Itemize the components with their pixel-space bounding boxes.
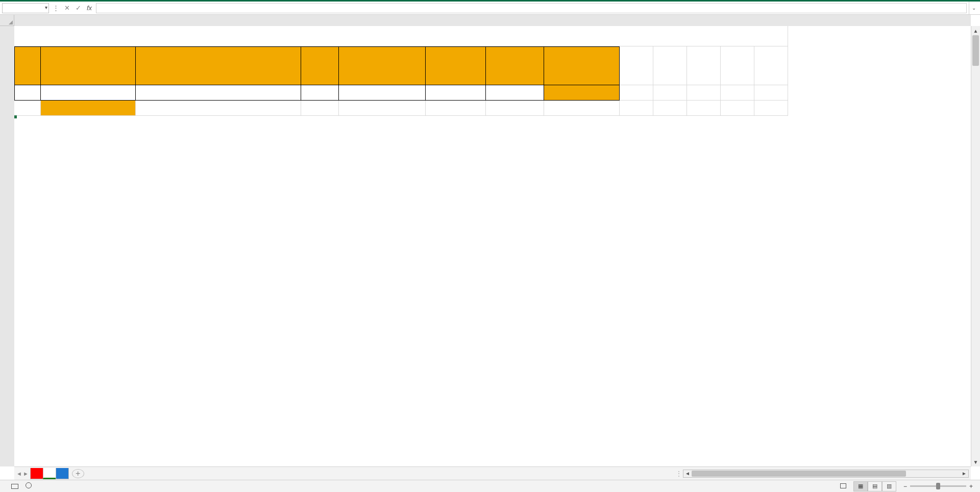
sheet-title[interactable] bbox=[14, 26, 788, 46]
cell-empty[interactable] bbox=[721, 101, 754, 116]
scroll-left-icon[interactable]: ◄ bbox=[683, 471, 692, 476]
cell-empty[interactable] bbox=[653, 46, 687, 85]
column-headers bbox=[0, 15, 971, 26]
horizontal-scrollbar[interactable]: ◄ ► bbox=[683, 470, 969, 478]
zoom-slider-handle[interactable] bbox=[936, 483, 940, 489]
cell-empty[interactable] bbox=[486, 85, 544, 101]
hscroll-thumb[interactable] bbox=[692, 471, 906, 477]
enter-icon[interactable]: ✓ bbox=[74, 4, 83, 12]
status-accessibility[interactable] bbox=[26, 482, 33, 490]
display-settings-icon bbox=[840, 483, 846, 488]
cell-empty[interactable] bbox=[687, 85, 721, 101]
cell-empty[interactable] bbox=[620, 101, 653, 116]
cell-empty[interactable] bbox=[754, 85, 788, 101]
cell-empty[interactable] bbox=[136, 101, 301, 116]
hdr-no[interactable] bbox=[14, 46, 41, 85]
new-sheet-button[interactable]: + bbox=[72, 469, 84, 478]
tab-kpi[interactable] bbox=[30, 468, 43, 479]
row-1 bbox=[14, 26, 971, 46]
cell-empty[interactable] bbox=[754, 101, 788, 116]
cell-empty[interactable] bbox=[653, 101, 687, 116]
zoom-controls: − + bbox=[903, 483, 976, 490]
hdr-target[interactable] bbox=[339, 46, 426, 85]
zoom-slider[interactable] bbox=[910, 485, 966, 487]
select-all-triangle[interactable] bbox=[0, 15, 14, 26]
cell-empty[interactable] bbox=[721, 46, 754, 85]
view-buttons: ▦ ▤ ▥ bbox=[853, 481, 896, 491]
status-bar: ▦ ▤ ▥ − + bbox=[0, 480, 980, 492]
horizontal-scroll-region: ⋮ ◄ ► bbox=[84, 470, 971, 478]
name-box[interactable]: ▾ bbox=[2, 3, 49, 13]
cell-empty[interactable] bbox=[426, 85, 486, 101]
hdr-realization[interactable] bbox=[426, 46, 486, 85]
view-page-break-button[interactable]: ▥ bbox=[882, 481, 896, 491]
hscroll-track[interactable] bbox=[692, 470, 960, 477]
formula-bar: ▾ ⋮ ✕ ✓ fx ⌄ bbox=[0, 2, 980, 15]
tab-kpi-dictionary[interactable] bbox=[56, 468, 69, 479]
cell-empty[interactable] bbox=[339, 101, 426, 116]
vscroll-track[interactable] bbox=[971, 35, 980, 457]
hdr-kpi[interactable] bbox=[136, 46, 301, 85]
total-weight[interactable] bbox=[301, 85, 339, 101]
scroll-down-icon[interactable]: ▼ bbox=[971, 457, 980, 466]
hdr-kpa[interactable] bbox=[41, 46, 136, 85]
row-9 bbox=[14, 101, 971, 116]
formula-input[interactable] bbox=[96, 3, 967, 13]
scroll-right-icon[interactable]: ► bbox=[960, 471, 968, 476]
formula-bar-expand-icon[interactable]: ⌄ bbox=[969, 2, 978, 14]
name-box-dropdown-icon[interactable]: ▾ bbox=[45, 5, 47, 10]
cell-empty[interactable] bbox=[486, 101, 544, 116]
row-headers bbox=[0, 26, 14, 466]
cell-empty[interactable] bbox=[426, 101, 486, 116]
cell-empty[interactable] bbox=[14, 85, 41, 101]
cell-empty[interactable] bbox=[620, 46, 653, 85]
cell-empty[interactable] bbox=[721, 85, 754, 101]
zoom-in-button[interactable]: + bbox=[969, 483, 973, 490]
cell-empty[interactable] bbox=[339, 85, 426, 101]
zoom-out-button[interactable]: − bbox=[903, 483, 907, 490]
cell-empty[interactable] bbox=[301, 101, 339, 116]
view-normal-button[interactable]: ▦ bbox=[853, 481, 868, 491]
sheet-tab-bar: ◄ ► + ⋮ ◄ ► bbox=[14, 466, 971, 480]
hdr-weight[interactable] bbox=[301, 46, 339, 85]
row-8-totals bbox=[14, 85, 971, 101]
cell-empty[interactable] bbox=[14, 101, 41, 116]
cell-empty[interactable] bbox=[620, 85, 653, 101]
cells-container[interactable] bbox=[14, 26, 971, 466]
vertical-scrollbar[interactable]: ▲ ▼ bbox=[971, 26, 980, 466]
spreadsheet-grid[interactable]: ▲ ▼ ◄ ► + ⋮ ◄ ► bbox=[0, 15, 980, 480]
active-cell-outline bbox=[14, 116, 16, 118]
cell-empty[interactable] bbox=[653, 85, 687, 101]
cancel-icon[interactable]: ✕ bbox=[62, 4, 71, 12]
total-final[interactable] bbox=[544, 85, 620, 101]
cell-empty[interactable] bbox=[41, 85, 136, 101]
tab-nav-arrows[interactable]: ◄ ► bbox=[14, 471, 31, 477]
cell-empty[interactable] bbox=[754, 46, 788, 85]
hdr-final[interactable] bbox=[544, 46, 620, 85]
scroll-up-icon[interactable]: ▲ bbox=[971, 26, 980, 35]
excel-app: ▾ ⋮ ✕ ✓ fx ⌄ bbox=[0, 0, 980, 492]
macro-record-icon[interactable] bbox=[11, 484, 18, 489]
separator-icon: ⋮ bbox=[51, 4, 60, 12]
tab-next-icon[interactable]: ► bbox=[23, 471, 29, 477]
cell-empty[interactable] bbox=[687, 101, 721, 116]
cell-empty[interactable] bbox=[687, 46, 721, 85]
row-2-headers bbox=[14, 46, 971, 85]
cell-empty[interactable] bbox=[544, 101, 620, 116]
display-settings[interactable] bbox=[840, 483, 846, 490]
hdr-score[interactable] bbox=[486, 46, 544, 85]
tab-kpi-score[interactable] bbox=[43, 468, 56, 479]
vscroll-thumb[interactable] bbox=[972, 35, 979, 66]
fx-icon[interactable]: fx bbox=[85, 4, 94, 12]
cell-empty[interactable] bbox=[136, 85, 301, 101]
tab-split-grip[interactable]: ⋮ bbox=[676, 470, 681, 477]
accessibility-icon bbox=[26, 482, 32, 488]
view-page-layout-button[interactable]: ▤ bbox=[868, 481, 882, 491]
cell-b9-gold[interactable] bbox=[41, 101, 136, 116]
tab-prev-icon[interactable]: ◄ bbox=[16, 471, 22, 477]
